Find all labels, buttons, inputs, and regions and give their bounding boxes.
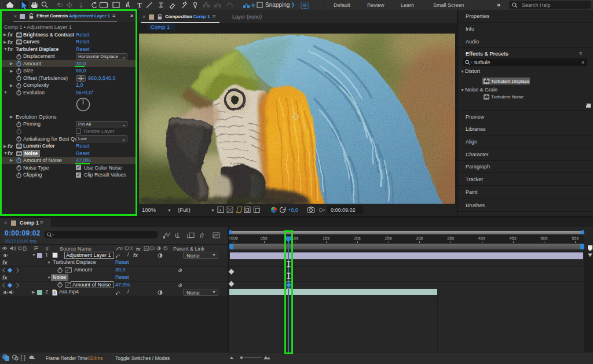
- svg-text:Source Name: Source Name: [60, 246, 91, 252]
- svg-text:Snapping: Snapping: [265, 2, 290, 8]
- svg-text:T: T: [137, 1, 142, 9]
- svg-text:Parent & Link: Parent & Link: [173, 246, 205, 252]
- svg-text:{ }: { }: [20, 355, 26, 361]
- svg-text:fx: fx: [136, 247, 141, 252]
- svg-text:#: #: [46, 246, 49, 252]
